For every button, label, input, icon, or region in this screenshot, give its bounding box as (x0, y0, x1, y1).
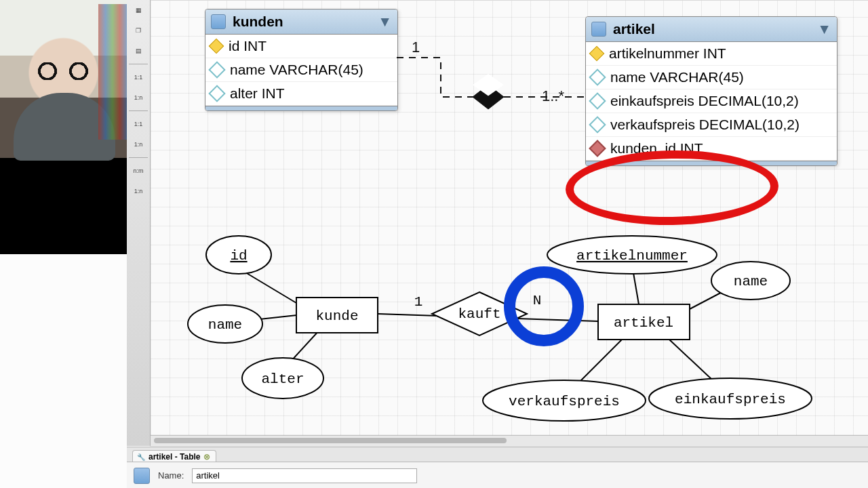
column-text: name VARCHAR(45) (610, 69, 744, 85)
eer-canvas[interactable]: kunden ▼ id INT name VARCHAR(45) alter I… (150, 0, 868, 436)
svg-marker-0 (473, 85, 504, 109)
svg-text:kauft: kauft (458, 306, 500, 322)
close-icon[interactable]: ⊗ (203, 452, 210, 462)
column-text: einkaufspreis DECIMAL(10,2) (610, 93, 799, 109)
diamond-icon (589, 92, 606, 109)
chen-er-diagram: kunde id name alter kauft 1 N artikel (188, 228, 832, 431)
table-properties-bar: Name: (127, 462, 868, 488)
rel-1-n-nonident[interactable]: 1:n (129, 136, 148, 153)
key-icon (209, 39, 224, 54)
fk-diamond-icon (589, 140, 606, 157)
svg-text:alter: alter (261, 371, 304, 387)
svg-text:name: name (734, 274, 768, 289)
table-icon (134, 468, 150, 484)
diamond-icon (208, 85, 225, 102)
layers-icon[interactable]: ❐ (129, 22, 148, 39)
diamond-icon (208, 61, 225, 78)
table-title: artikel (613, 21, 817, 37)
svg-marker-1 (473, 74, 504, 96)
svg-text:verkaufspreis: verkaufspreis (509, 394, 620, 409)
bottom-tab-bar: artikel - Table ⊗ (127, 447, 868, 462)
svg-text:einkaufspreis: einkaufspreis (675, 392, 786, 407)
svg-text:artikelnummer: artikelnummer (576, 248, 688, 264)
diamond-icon (589, 116, 606, 133)
svg-text:N: N (533, 293, 542, 308)
chevron-down-icon[interactable]: ▼ (378, 14, 392, 30)
canvas-scrollbar-horizontal[interactable] (150, 435, 868, 447)
column-text: alter INT (230, 85, 285, 102)
grid-icon[interactable]: ▦ (129, 1, 148, 19)
column-text: artikelnummer INT (609, 45, 726, 62)
rel-1-1-nonident[interactable]: 1:1 (129, 115, 148, 133)
rel-1-1-identifying[interactable]: 1:1 (129, 68, 148, 86)
svg-text:artikel: artikel (614, 315, 673, 331)
table-kunden[interactable]: kunden ▼ id INT name VARCHAR(45) alter I… (205, 9, 398, 111)
cardinality-label: 1 (412, 39, 420, 56)
name-label: Name: (158, 470, 184, 481)
chevron-down-icon[interactable]: ▼ (817, 21, 831, 37)
table-name-input[interactable] (192, 468, 417, 483)
svg-text:id: id (230, 248, 247, 264)
svg-text:name: name (208, 317, 242, 333)
diamond-icon (589, 68, 606, 85)
rel-n-m[interactable]: n:m (129, 162, 148, 180)
table-icon (591, 22, 606, 37)
column-text: name VARCHAR(45) (230, 62, 363, 78)
column-text: verkaufspreis DECIMAL(10,2) (610, 117, 800, 133)
tab-label: artikel - Table (149, 452, 200, 462)
table-icon (211, 14, 226, 29)
tool-sidebar: ▦ ❐ ▤ 1:1 1:n 1:1 1:n n:m 1:n (127, 0, 151, 446)
rel-1-n-self[interactable]: 1:n (129, 182, 148, 200)
notes-icon[interactable]: ▤ (129, 42, 148, 60)
rel-1-n-identifying[interactable]: 1:n (129, 89, 148, 106)
table-artikel[interactable]: artikel ▼ artikelnummer INT name VARCHAR… (585, 16, 837, 166)
table-title: kunden (233, 14, 378, 30)
svg-text:kunde: kunde (315, 308, 358, 324)
key-icon (589, 46, 605, 62)
cardinality-label: 1..* (542, 87, 564, 105)
column-text: kunden_id INT (610, 140, 703, 157)
svg-text:1: 1 (414, 294, 423, 310)
presenter-webcam (0, 0, 127, 254)
wrench-icon (137, 452, 145, 462)
tab-artikel-table[interactable]: artikel - Table ⊗ (132, 450, 216, 462)
column-text: id INT (229, 38, 267, 54)
